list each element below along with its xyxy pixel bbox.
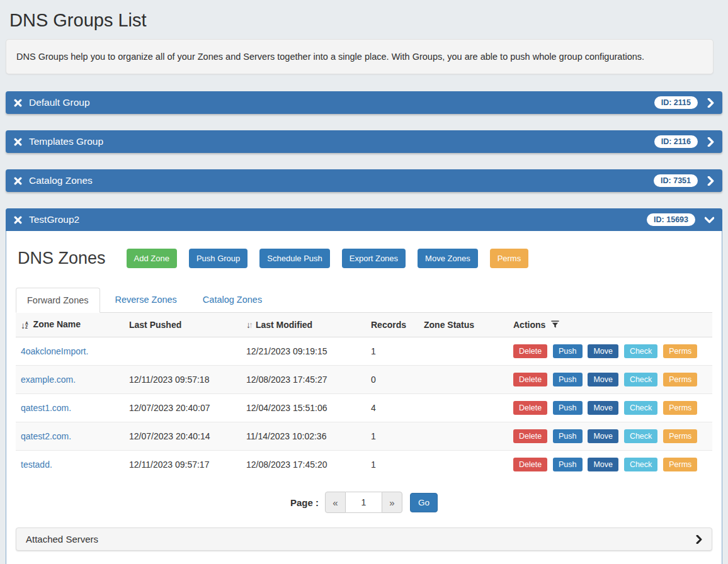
chevron-right-icon[interactable]: [707, 137, 714, 147]
actions-cell: Delete Push Move Check Perms: [508, 451, 712, 479]
column-actions[interactable]: Actions: [508, 313, 712, 337]
zone-link[interactable]: 4oakcloneImport.: [21, 346, 88, 356]
sort-up-down-icon[interactable]: ↓↑: [246, 320, 251, 330]
perms-button[interactable]: Perms: [663, 429, 697, 443]
tab-catalog-zones[interactable]: Catalog Zones: [192, 288, 273, 313]
column-label: Actions: [513, 320, 545, 330]
description-text: DNS Groups help you to organize all of y…: [16, 52, 644, 62]
export-zones-button[interactable]: Export Zones: [342, 249, 406, 268]
close-icon[interactable]: [14, 99, 22, 107]
push-button[interactable]: Push: [553, 373, 583, 386]
last-pushed-cell: 12/07/2023 20:40:07: [124, 394, 241, 422]
zones-header: DNS Zones Add Zone Push Group Schedule P…: [18, 249, 712, 268]
check-button[interactable]: Check: [624, 344, 657, 358]
column-label: Last Pushed: [129, 320, 181, 330]
last-modified-cell: 12/21/2023 09:19:15: [241, 337, 366, 366]
move-button[interactable]: Move: [588, 344, 618, 358]
last-pushed-cell: 12/07/2023 20:40:14: [124, 422, 241, 451]
close-icon[interactable]: [14, 138, 22, 146]
last-modified-cell: 11/14/2023 10:02:36: [241, 422, 366, 451]
attached-servers-panel[interactable]: Attached Servers: [16, 527, 712, 551]
check-button[interactable]: Check: [624, 373, 657, 386]
push-group-button[interactable]: Push Group: [189, 249, 247, 268]
delete-button[interactable]: Delete: [513, 344, 547, 358]
schedule-push-button[interactable]: Schedule Push: [259, 249, 329, 268]
perms-button[interactable]: Perms: [663, 401, 697, 415]
close-icon[interactable]: [14, 216, 22, 224]
group-bar-catalog-zones[interactable]: Catalog Zones ID: 7351: [6, 169, 722, 192]
move-button[interactable]: Move: [588, 373, 618, 386]
check-button[interactable]: Check: [624, 401, 657, 415]
close-icon[interactable]: [14, 177, 22, 185]
move-button[interactable]: Move: [588, 401, 618, 415]
chevron-right-icon[interactable]: [696, 535, 702, 544]
check-button[interactable]: Check: [624, 458, 657, 471]
push-button[interactable]: Push: [553, 429, 583, 443]
group-bar-default-group[interactable]: Default Group ID: 2115: [6, 91, 722, 114]
move-zones-button[interactable]: Move Zones: [418, 249, 478, 268]
last-modified-cell: 12/04/2023 15:51:06: [241, 394, 366, 422]
actions-cell: Delete Push Move Check Perms: [508, 422, 712, 451]
actions-cell: Delete Push Move Check Perms: [508, 394, 712, 422]
tab-reverse-zones[interactable]: Reverse Zones: [105, 288, 188, 313]
group-id-badge: ID: 7351: [654, 174, 698, 187]
next-page-button[interactable]: »: [382, 492, 402, 513]
page-container: DNS Groups List DNS Groups help you to o…: [0, 10, 728, 564]
perms-button[interactable]: Perms: [663, 458, 697, 471]
group-name: TestGroup2: [29, 214, 79, 225]
zone-status-cell: [419, 422, 508, 451]
group-id-badge: ID: 15693: [647, 213, 695, 226]
perms-button[interactable]: Perms: [663, 344, 697, 358]
move-button[interactable]: Move: [588, 429, 618, 443]
group-perms-button[interactable]: Perms: [490, 249, 529, 268]
table-row: 4oakcloneImport. 12/21/2023 09:19:15 1 D…: [16, 337, 712, 366]
push-button[interactable]: Push: [553, 344, 583, 358]
delete-button[interactable]: Delete: [513, 373, 547, 386]
filter-icon[interactable]: [551, 320, 559, 329]
page-number-input[interactable]: [346, 492, 382, 513]
last-pushed-cell: 12/11/2023 09:57:18: [124, 366, 241, 394]
zone-link[interactable]: testadd.: [21, 460, 52, 470]
perms-button[interactable]: Perms: [663, 373, 697, 386]
check-button[interactable]: Check: [624, 429, 657, 443]
chevron-right-icon[interactable]: [707, 176, 714, 186]
column-label: Zone Name: [33, 319, 81, 329]
column-label: Last Modified: [256, 320, 312, 330]
records-cell: 1: [366, 422, 419, 451]
table-row: testadd. 12/11/2023 09:57:17 12/08/2023 …: [16, 451, 712, 479]
column-last-modified[interactable]: ↓↑ Last Modified: [241, 313, 366, 337]
sort-alpha-down-icon[interactable]: ↓AZ: [21, 320, 28, 330]
zone-status-cell: [419, 366, 508, 394]
last-pushed-cell: [124, 337, 241, 366]
zone-link[interactable]: qatest2.com.: [21, 431, 71, 441]
previous-page-button[interactable]: «: [325, 492, 346, 513]
zone-link[interactable]: qatest1.com.: [21, 403, 71, 413]
column-records[interactable]: Records: [366, 313, 419, 337]
move-button[interactable]: Move: [588, 458, 618, 471]
column-last-pushed[interactable]: Last Pushed: [124, 313, 241, 337]
column-zone-status[interactable]: Zone Status: [419, 313, 508, 337]
tab-forward-zones[interactable]: Forward Zones: [16, 288, 100, 313]
column-zone-name[interactable]: ↓AZ Zone Name: [16, 313, 124, 337]
table-row: qatest1.com. 12/07/2023 20:40:07 12/04/2…: [16, 394, 712, 422]
page-label: Page :: [290, 497, 319, 508]
records-cell: 1: [366, 451, 419, 479]
chevron-down-icon[interactable]: [705, 217, 714, 223]
delete-button[interactable]: Delete: [513, 401, 547, 415]
go-button[interactable]: Go: [410, 493, 438, 512]
push-button[interactable]: Push: [553, 458, 583, 471]
group-name: Default Group: [29, 97, 90, 108]
add-zone-button[interactable]: Add Zone: [127, 249, 177, 268]
actions-cell: Delete Push Move Check Perms: [508, 337, 712, 366]
attached-servers-label: Attached Servers: [26, 534, 98, 544]
delete-button[interactable]: Delete: [513, 429, 547, 443]
records-cell: 4: [366, 394, 419, 422]
group-bar-testgroup2[interactable]: TestGroup2 ID: 15693: [6, 208, 722, 231]
table-row: example.com. 12/11/2023 09:57:18 12/08/2…: [16, 366, 712, 394]
group-bar-templates-group[interactable]: Templates Group ID: 2116: [6, 130, 722, 153]
zone-link[interactable]: example.com.: [21, 375, 76, 385]
pagination: Page : « » Go: [16, 492, 712, 513]
delete-button[interactable]: Delete: [513, 458, 547, 471]
chevron-right-icon[interactable]: [707, 98, 714, 108]
push-button[interactable]: Push: [553, 401, 583, 415]
